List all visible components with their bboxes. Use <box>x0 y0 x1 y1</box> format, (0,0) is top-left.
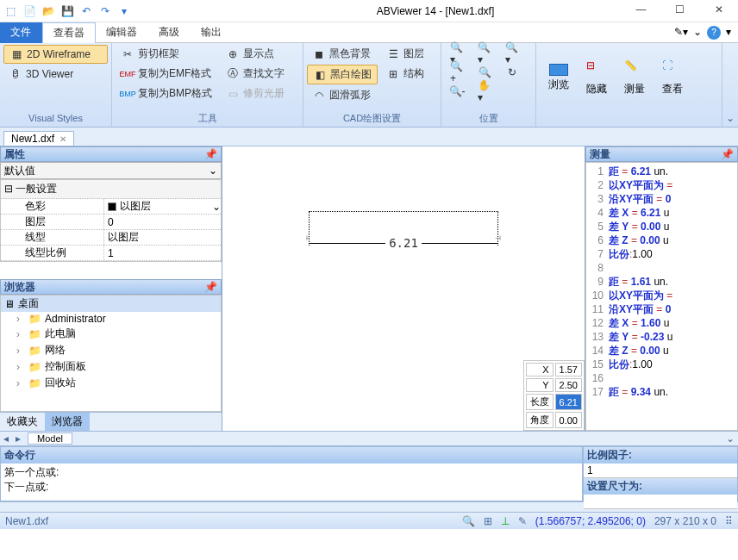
new-icon[interactable]: 📄 <box>22 4 36 18</box>
properties-selector[interactable]: 默认值⌄ <box>0 162 222 179</box>
help-icon[interactable]: ? <box>707 26 721 40</box>
hide-button[interactable]: ⊟隐藏 <box>578 45 616 111</box>
command-line-body[interactable]: 第一个点或: 下一点或: <box>1 464 582 501</box>
canvas[interactable]: ⊦ ⊣ 6.21 X1.57 Y2.50 长度6.21 角度0.00 <box>222 146 585 431</box>
qat-dropdown-icon[interactable]: ▾ <box>117 4 131 18</box>
browse-icon <box>549 64 568 76</box>
pin-icon[interactable]: 📌 <box>204 281 217 293</box>
cube-icon: ▦ <box>9 47 23 61</box>
property-row[interactable]: 色彩以图层 ⌄ <box>1 199 221 215</box>
menu-editor[interactable]: 编辑器 <box>96 22 148 43</box>
scroll-left-icon[interactable]: ◂ <box>3 432 9 445</box>
tab-favorites[interactable]: 收藏夹 <box>0 413 45 431</box>
rotate-button[interactable]: 🔍▾ <box>500 45 524 62</box>
tree-item[interactable]: ›📁控制面板 <box>1 358 221 375</box>
menu-output[interactable]: 输出 <box>191 22 233 43</box>
group-tools: 工具 <box>116 111 299 125</box>
tree-item[interactable]: ›📁网络 <box>1 342 221 358</box>
pen-icon[interactable]: ✎▾ <box>674 26 688 40</box>
coord-y: 2.50 <box>555 378 582 392</box>
dropdown-icon[interactable]: ⌄ <box>726 432 735 445</box>
browser-header: 浏览器📌 <box>0 279 222 295</box>
redo-icon[interactable]: ↷ <box>98 4 112 18</box>
measure-button[interactable]: 📏测量 <box>616 45 654 111</box>
measure-line: 7比份:1.00 <box>588 247 735 261</box>
tree-item[interactable]: ›📁回收站 <box>1 375 221 391</box>
group-view <box>540 111 718 125</box>
maximize-button[interactable]: ☐ <box>660 0 699 19</box>
menu-file[interactable]: 文件 <box>0 22 42 43</box>
structure-button[interactable]: ⊞结构 <box>381 65 429 83</box>
axis-icon[interactable]: ✎ <box>518 515 527 527</box>
document-tab[interactable]: New1.dxf✕ <box>3 131 74 146</box>
ribbon-collapse-button[interactable]: ⌄ <box>722 43 738 127</box>
trim-button[interactable]: ▭修剪光册 <box>221 84 290 103</box>
bw-draw-button[interactable]: ◧黑白绘图 <box>307 65 378 84</box>
desktop-icon: 🖥 <box>4 298 15 310</box>
zoom-fit-button[interactable]: 🔍▾ <box>445 45 469 62</box>
snap-icon[interactable]: 🔍 <box>462 515 475 527</box>
wireframe-2d-button[interactable]: ▦2D Wireframe <box>3 45 108 64</box>
property-row[interactable]: 图层0 <box>1 215 221 230</box>
property-row[interactable]: 线型以图层 <box>1 230 221 246</box>
scale-factor-value[interactable]: 1 <box>584 464 737 478</box>
help-dropdown-icon[interactable]: ▾ <box>726 26 731 40</box>
view-button[interactable]: ⛶查看 <box>654 45 691 111</box>
measure-line: 11沿XY平面 = 0 <box>588 302 735 316</box>
black-bg-button[interactable]: ◼黑色背景 <box>307 45 378 63</box>
command-line-panel: 命令行 第一个点或: 下一点或: <box>0 446 583 501</box>
pan-button[interactable]: ✋▾ <box>472 83 497 100</box>
status-dropdown-icon[interactable]: ⠿ <box>725 515 733 527</box>
smooth-arc-button[interactable]: ◠圆滑弧形 <box>307 86 378 104</box>
save-icon[interactable]: 💾 <box>60 4 74 18</box>
emf-icon: EMF <box>121 67 134 81</box>
zoom-out-button[interactable]: 🔍- <box>445 83 469 100</box>
menu-advanced[interactable]: 高级 <box>148 22 191 43</box>
layers-button[interactable]: ☰图层 <box>381 45 429 63</box>
pin-icon[interactable]: 📌 <box>204 148 217 160</box>
measure-line: 13差 Y = -0.23 u <box>588 330 735 344</box>
minimize-button[interactable]: — <box>622 0 660 19</box>
grid-icon[interactable]: ⊞ <box>484 515 492 527</box>
command-line-header: 命令行 <box>1 447 582 464</box>
tree-item[interactable]: ›📁此电脑 <box>1 326 221 342</box>
copy-emf-button[interactable]: EMF复制为EMF格式 <box>116 65 217 83</box>
browse-button[interactable]: 浏览 <box>540 45 578 111</box>
properties-section[interactable]: ⊟ 一般设置 <box>1 180 221 199</box>
quick-access-toolbar: ⬚ 📄 📂 💾 ↶ ↷ ▾ ABViewer 14 - [New1.dxf] —… <box>0 0 738 22</box>
pin-icon[interactable]: 📌 <box>721 148 734 160</box>
fullscreen-icon: ⛶ <box>662 59 683 80</box>
zoom-in-button[interactable]: 🔍+ <box>445 64 469 81</box>
undo-icon[interactable]: ↶ <box>79 4 93 18</box>
zoom-window-button[interactable]: 🔍▾ <box>472 45 497 62</box>
clip-frame-button[interactable]: ✂剪切框架 <box>116 45 217 63</box>
tree-item[interactable]: ›📁Administrator <box>1 312 221 326</box>
close-tab-icon[interactable]: ✕ <box>59 134 66 144</box>
tree-root[interactable]: 🖥桌面 <box>1 296 221 312</box>
status-coords: (1.566757; 2.495206; 0) <box>535 515 646 527</box>
coord-angle: 0.00 <box>555 412 582 428</box>
trim-icon: ▭ <box>226 87 240 101</box>
coord-length[interactable]: 6.21 <box>555 394 582 410</box>
set-size-value[interactable] <box>584 495 737 509</box>
orbit-button[interactable]: ↻ <box>500 64 524 81</box>
show-points-button[interactable]: ⊕显示点 <box>221 45 290 63</box>
property-row[interactable]: 线型比例1 <box>1 246 221 261</box>
find-text-button[interactable]: Ⓐ查找文字 <box>221 65 290 83</box>
scroll-right-icon[interactable]: ▸ <box>16 432 21 445</box>
copy-bmp-button[interactable]: BMP复制为BMP格式 <box>116 84 217 103</box>
menu-viewer[interactable]: 查看器 <box>42 22 96 43</box>
viewer-3d-button[interactable]: 🛢3D Viewer <box>3 65 108 83</box>
model-tab[interactable]: Model <box>28 432 72 445</box>
left-tabs: 收藏夹 浏览器 <box>0 412 222 431</box>
ortho-icon[interactable]: ⊥ <box>501 515 510 527</box>
tab-browser[interactable]: 浏览器 <box>45 413 90 431</box>
open-icon[interactable]: 📂 <box>41 4 55 18</box>
rotate-icon: 🔍▾ <box>505 47 519 60</box>
close-button[interactable]: ✕ <box>699 0 738 19</box>
zoom-prev-button[interactable]: 🔍 <box>472 64 497 81</box>
chevron-down-icon[interactable]: ⌄ <box>693 26 702 40</box>
measure-line: 9距 = 1.61 un. <box>588 275 735 289</box>
target-icon: ⊕ <box>226 47 240 61</box>
zoom-window-icon: 🔍▾ <box>478 47 491 60</box>
